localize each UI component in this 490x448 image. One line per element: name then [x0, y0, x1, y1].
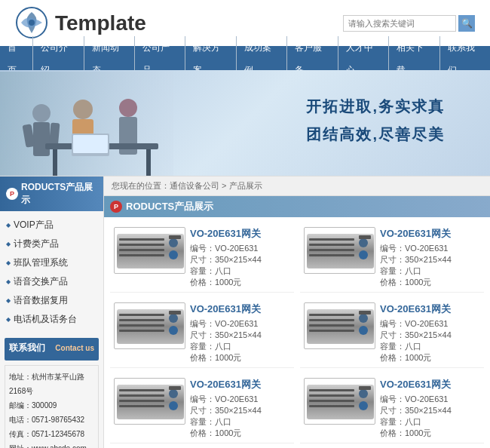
contact-title-text: 联系我们: [9, 342, 45, 354]
svg-point-30: [359, 250, 368, 259]
sidebar-link-voice-switch[interactable]: 语音交换产品: [14, 275, 68, 288]
product-price-1: 价格：1000元: [190, 277, 262, 288]
product-item-2[interactable]: VO-20E631网关 编号：VO-20E631 尺寸：350×215×44 容…: [300, 223, 484, 293]
svg-point-7: [73, 100, 93, 119]
bullet-icon: ◆: [6, 259, 11, 266]
svg-rect-57: [309, 389, 354, 391]
product-name-4[interactable]: VO-20E631网关: [380, 302, 452, 316]
products-p-icon: P: [110, 201, 122, 213]
svg-point-37: [169, 314, 178, 323]
sidebar-link-voip[interactable]: VOIP产品: [14, 219, 54, 232]
svg-rect-39: [169, 311, 181, 315]
sidebar-link-phone[interactable]: 电话机及话务台: [14, 313, 77, 326]
bullet-icon: ◆: [6, 316, 11, 323]
bullet-icon: ◆: [6, 241, 11, 247]
sidebar-item-voip[interactable]: ◆ VOIP产品: [0, 216, 103, 235]
banner-line2: 团结高效,尽善尽美: [306, 124, 445, 145]
svg-rect-27: [309, 249, 354, 251]
product-item-4[interactable]: VO-20E631网关 编号：VO-20E631 尺寸：350×215×44 容…: [300, 299, 484, 368]
search-button[interactable]: 🔍: [458, 15, 475, 32]
products-section-title: RODUCTS产品展示: [126, 200, 213, 213]
product-image-6: [304, 378, 375, 425]
product-name-5[interactable]: VO-20E631网关: [190, 378, 262, 391]
sidebar-item-billing[interactable]: ◆ 计费类产品: [0, 235, 103, 253]
svg-point-45: [359, 314, 368, 323]
sidebar-item-voice-switch[interactable]: ◆ 语音交换产品: [0, 272, 103, 291]
product-item-3[interactable]: VO-20E631网关 编号：VO-20E631 尺寸：350×215×44 容…: [110, 299, 294, 368]
product-item-5[interactable]: VO-20E631网关 编号：VO-20E631 尺寸：350×215×44 容…: [110, 374, 294, 443]
product-item-6[interactable]: VO-20E631网关 编号：VO-20E631 尺寸：350×215×44 容…: [300, 374, 484, 443]
svg-rect-59: [309, 400, 354, 402]
svg-rect-34: [119, 319, 164, 321]
svg-rect-15: [73, 135, 108, 153]
product-size-3: 尺寸：350×215×44: [190, 330, 262, 341]
sidebar-item-phone[interactable]: ◆ 电话机及话务台: [0, 310, 103, 329]
contact-box-title: 联系我们 Contact us: [9, 342, 94, 354]
breadcrumb-text: 您现在的位置：通信设备公司 > 产品展示: [112, 181, 262, 190]
product-capacity-3: 容量：八口: [190, 341, 262, 352]
contact-us-link[interactable]: Contact us: [55, 344, 94, 352]
svg-point-54: [169, 401, 178, 410]
product-image-3: [114, 302, 185, 349]
svg-rect-58: [309, 394, 354, 397]
product-name-6[interactable]: VO-20E631网关: [380, 378, 452, 391]
search-input[interactable]: [343, 15, 456, 32]
search-area: 🔍: [343, 15, 475, 32]
logo-text: Template: [55, 11, 146, 35]
banner: 开拓进取,务实求真 团结高效,尽善尽美: [0, 70, 490, 176]
product-image-5: [114, 378, 185, 425]
sidebar-title: P RODUCTS产品展示: [0, 176, 103, 211]
svg-rect-42: [309, 319, 354, 321]
sidebar-link-billing[interactable]: 计费类产品: [14, 238, 59, 250]
product-name-2[interactable]: VO-20E631网关: [380, 227, 452, 241]
svg-point-1: [29, 20, 35, 26]
logo-icon: [15, 6, 49, 40]
product-info-1: VO-20E631网关 编号：VO-20E631 尺寸：350×215×44 容…: [190, 227, 262, 288]
product-size-2: 尺寸：350×215×44: [380, 254, 452, 265]
svg-rect-33: [119, 314, 164, 316]
sidebar-menu: ◆ VOIP产品 ◆ 计费类产品 ◆ 班队管理系统 ◆ 语音交换产品 ◆ 语音数…: [0, 211, 103, 333]
product-info-4: VO-20E631网关 编号：VO-20E631 尺寸：350×215×44 容…: [380, 302, 452, 364]
product-price-6: 价格：1000元: [380, 428, 452, 439]
svg-rect-20: [119, 254, 164, 256]
product-info-6: VO-20E631网关 编号：VO-20E631 尺寸：350×215×44 容…: [380, 378, 452, 439]
svg-rect-12: [53, 149, 57, 176]
product-price-3: 价格：1000元: [190, 352, 262, 364]
svg-point-46: [359, 326, 368, 335]
svg-rect-35: [119, 324, 164, 327]
product-item-1[interactable]: VO-20E631网关 编号：VO-20E631 尺寸：350×215×44 容…: [110, 223, 294, 293]
svg-rect-50: [119, 394, 164, 397]
sidebar-link-queue[interactable]: 班队管理系统: [14, 256, 68, 269]
products-grid: VO-20E631网关 编号：VO-20E631 尺寸：350×215×44 容…: [104, 217, 490, 448]
product-capacity-1: 容量：八口: [190, 265, 262, 277]
svg-rect-60: [309, 405, 354, 407]
bullet-icon: ◆: [6, 222, 11, 229]
sidebar-item-queue[interactable]: ◆ 班队管理系统: [0, 253, 103, 272]
sidebar-title-p-icon: P: [6, 188, 18, 200]
svg-rect-17: [119, 238, 164, 241]
product-name-3[interactable]: VO-20E631网关: [190, 302, 262, 316]
sidebar-item-voice-data[interactable]: ◆ 语音数据复用: [0, 291, 103, 310]
product-capacity-2: 容量：八口: [380, 265, 452, 277]
product-info-5: VO-20E631网关 编号：VO-20E631 尺寸：350×215×44 容…: [190, 378, 262, 439]
contact-phone: 电话：0571-98765432: [9, 413, 94, 427]
product-size-6: 尺寸：350×215×44: [380, 405, 452, 416]
svg-rect-19: [119, 249, 164, 251]
svg-rect-44: [309, 330, 354, 332]
product-code-6: 编号：VO-20E631: [380, 394, 452, 405]
bullet-icon: ◆: [6, 297, 11, 304]
nav: 首页 公司介绍 新闻动态 公司产品 解决方案 成功案例 客户服务 人才中心 相关…: [0, 48, 490, 70]
product-name-1[interactable]: VO-20E631网关: [190, 227, 262, 241]
svg-rect-18: [119, 244, 164, 246]
product-capacity-5: 容量：八口: [190, 416, 262, 428]
svg-rect-28: [309, 254, 354, 256]
product-code-2: 编号：VO-20E631: [380, 243, 452, 254]
product-price-2: 价格：1000元: [380, 277, 452, 288]
product-price-4: 价格：1000元: [380, 352, 452, 364]
svg-rect-47: [359, 311, 371, 315]
products-header: P RODUCTS产品展示: [104, 196, 490, 217]
contact-fax: 传真：0571-12345678: [9, 427, 94, 441]
banner-text: 开拓进取,务实求真 团结高效,尽善尽美: [306, 97, 445, 145]
sidebar-link-voice-data[interactable]: 语音数据复用: [14, 294, 68, 307]
product-code-3: 编号：VO-20E631: [190, 318, 262, 330]
